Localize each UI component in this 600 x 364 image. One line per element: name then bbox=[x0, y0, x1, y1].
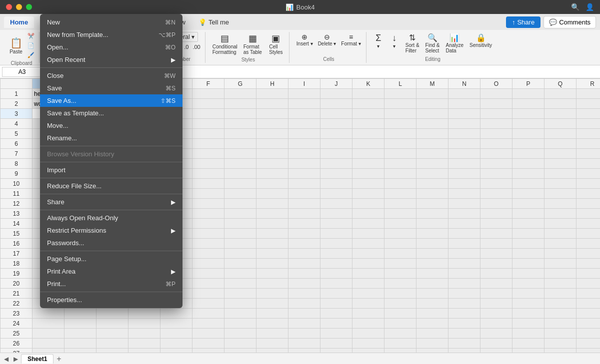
cell-g7[interactable] bbox=[224, 149, 256, 159]
cell-k6[interactable] bbox=[352, 139, 384, 149]
cell-r17[interactable] bbox=[576, 249, 600, 259]
cell-j4[interactable] bbox=[320, 119, 352, 129]
cell-h12[interactable] bbox=[256, 199, 288, 209]
cell-g2[interactable] bbox=[224, 99, 256, 109]
cell-l21[interactable] bbox=[384, 289, 416, 299]
cell-m10[interactable] bbox=[416, 179, 448, 189]
cell-m1[interactable] bbox=[416, 89, 448, 99]
cell-p25[interactable] bbox=[512, 329, 544, 339]
cell-p2[interactable] bbox=[512, 99, 544, 109]
col-header-q[interactable]: Q bbox=[544, 79, 576, 89]
cell-p5[interactable] bbox=[512, 129, 544, 139]
sheet-nav-right[interactable]: ▶ bbox=[12, 356, 20, 363]
cell-j12[interactable] bbox=[320, 199, 352, 209]
cell-l27[interactable] bbox=[384, 349, 416, 353]
cell-k13[interactable] bbox=[352, 209, 384, 219]
cell-b27[interactable] bbox=[64, 349, 96, 353]
cell-m15[interactable] bbox=[416, 229, 448, 239]
cell-b25[interactable] bbox=[64, 329, 96, 339]
cell-j18[interactable] bbox=[320, 259, 352, 269]
cell-n13[interactable] bbox=[448, 209, 480, 219]
cell-p23[interactable] bbox=[512, 309, 544, 319]
cell-m12[interactable] bbox=[416, 199, 448, 209]
cell-q26[interactable] bbox=[544, 339, 576, 349]
cell-j20[interactable] bbox=[320, 279, 352, 289]
cell-o5[interactable] bbox=[480, 129, 512, 139]
cell-c24[interactable] bbox=[96, 319, 128, 329]
cell-i12[interactable] bbox=[288, 199, 320, 209]
cell-k12[interactable] bbox=[352, 199, 384, 209]
share-button[interactable]: ↑ Share bbox=[506, 16, 540, 28]
cell-r1[interactable] bbox=[576, 89, 600, 99]
cell-k26[interactable] bbox=[352, 339, 384, 349]
cell-c25[interactable] bbox=[96, 329, 128, 339]
cell-n7[interactable] bbox=[448, 149, 480, 159]
menu-item-save-as-template-[interactable]: Save as Template... bbox=[40, 107, 182, 119]
cell-n23[interactable] bbox=[448, 309, 480, 319]
cell-p16[interactable] bbox=[512, 239, 544, 249]
cell-h6[interactable] bbox=[256, 139, 288, 149]
cell-l11[interactable] bbox=[384, 189, 416, 199]
cell-i20[interactable] bbox=[288, 279, 320, 289]
close-button[interactable] bbox=[6, 4, 12, 10]
cell-p20[interactable] bbox=[512, 279, 544, 289]
cell-o16[interactable] bbox=[480, 239, 512, 249]
cell-i27[interactable] bbox=[288, 349, 320, 353]
cell-g13[interactable] bbox=[224, 209, 256, 219]
menu-item-new[interactable]: New⌘N bbox=[40, 16, 182, 28]
cell-i11[interactable] bbox=[288, 189, 320, 199]
cell-f3[interactable] bbox=[192, 109, 224, 119]
find-select-button[interactable]: 🔍 Find &Select bbox=[424, 32, 442, 54]
cell-l1[interactable] bbox=[384, 89, 416, 99]
cell-h17[interactable] bbox=[256, 249, 288, 259]
cell-n15[interactable] bbox=[448, 229, 480, 239]
cell-g16[interactable] bbox=[224, 239, 256, 249]
row-header-6[interactable]: 6 bbox=[0, 139, 32, 149]
cell-f13[interactable] bbox=[192, 209, 224, 219]
cell-l25[interactable] bbox=[384, 329, 416, 339]
cell-m20[interactable] bbox=[416, 279, 448, 289]
cell-l5[interactable] bbox=[384, 129, 416, 139]
cell-e24[interactable] bbox=[160, 319, 192, 329]
cell-p21[interactable] bbox=[512, 289, 544, 299]
cell-i19[interactable] bbox=[288, 269, 320, 279]
cell-g19[interactable] bbox=[224, 269, 256, 279]
cell-r14[interactable] bbox=[576, 219, 600, 229]
decrease-decimal-button[interactable]: .0 bbox=[182, 43, 190, 51]
cell-o8[interactable] bbox=[480, 159, 512, 169]
cell-m3[interactable] bbox=[416, 109, 448, 119]
cell-a23[interactable] bbox=[32, 309, 64, 319]
paste-button[interactable]: 📋 Paste bbox=[7, 36, 25, 55]
row-header-11[interactable]: 11 bbox=[0, 189, 32, 199]
cell-n1[interactable] bbox=[448, 89, 480, 99]
cell-k10[interactable] bbox=[352, 179, 384, 189]
cell-h27[interactable] bbox=[256, 349, 288, 353]
cell-h21[interactable] bbox=[256, 289, 288, 299]
cell-o1[interactable] bbox=[480, 89, 512, 99]
cell-o21[interactable] bbox=[480, 289, 512, 299]
cell-f4[interactable] bbox=[192, 119, 224, 129]
row-header-16[interactable]: 16 bbox=[0, 239, 32, 249]
cell-n16[interactable] bbox=[448, 239, 480, 249]
cell-g17[interactable] bbox=[224, 249, 256, 259]
cell-g14[interactable] bbox=[224, 219, 256, 229]
cut-button[interactable]: ✂️ bbox=[26, 32, 36, 40]
col-header-k[interactable]: K bbox=[352, 79, 384, 89]
cell-f17[interactable] bbox=[192, 249, 224, 259]
cell-g5[interactable] bbox=[224, 129, 256, 139]
cell-j21[interactable] bbox=[320, 289, 352, 299]
cell-q5[interactable] bbox=[544, 129, 576, 139]
cell-g11[interactable] bbox=[224, 189, 256, 199]
minimize-button[interactable] bbox=[16, 4, 22, 10]
cell-n5[interactable] bbox=[448, 129, 480, 139]
cell-l16[interactable] bbox=[384, 239, 416, 249]
cell-g20[interactable] bbox=[224, 279, 256, 289]
cell-r27[interactable] bbox=[576, 349, 600, 353]
row-header-7[interactable]: 7 bbox=[0, 149, 32, 159]
cell-p6[interactable] bbox=[512, 139, 544, 149]
insert-button[interactable]: ⊕ Insert ▾ bbox=[294, 32, 315, 47]
cell-g26[interactable] bbox=[224, 339, 256, 349]
cell-m19[interactable] bbox=[416, 269, 448, 279]
autosum-button[interactable]: Σ ▾ bbox=[372, 32, 386, 54]
cell-q9[interactable] bbox=[544, 169, 576, 179]
